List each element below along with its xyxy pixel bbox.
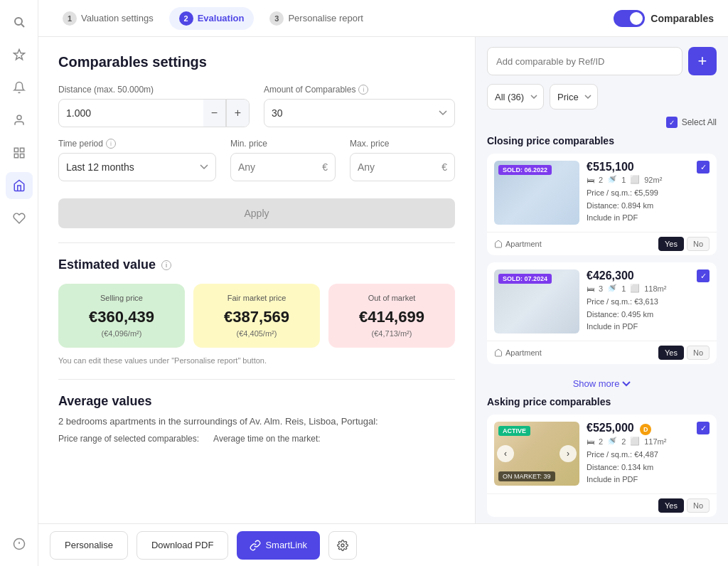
asking-comp-1-checkbox[interactable] <box>697 422 710 434</box>
min-price-input[interactable] <box>238 161 318 173</box>
closing-comp-2-type: Apartment <box>494 348 653 357</box>
svg-marker-2 <box>14 50 24 60</box>
add-comparable-input[interactable] <box>487 47 682 75</box>
edit-hint: You can edit these values under "Persona… <box>58 356 455 365</box>
closing-comp-1-price: €515,100 <box>587 161 690 173</box>
svg-line-1 <box>21 24 24 27</box>
min-price-input-container: € <box>230 153 336 181</box>
asking-comp-1-next[interactable]: › <box>560 445 577 462</box>
step-2-num: 2 <box>179 11 193 26</box>
price-range-label: Price range of selected comparables: <box>58 434 199 444</box>
time-period-select[interactable]: Last 12 months <box>58 153 216 181</box>
tab-personalise-report[interactable]: 3 Personalise report <box>259 7 373 30</box>
svg-point-3 <box>17 115 21 119</box>
distance-amount-row: Distance (max. 50.000m) − + Amount of Co… <box>58 85 455 127</box>
max-price-input[interactable] <box>358 161 437 173</box>
avg-time-label: Average time on the market: <box>213 434 321 444</box>
distance-decrement[interactable]: − <box>203 100 226 127</box>
asking-comp-1-pdf-yes[interactable]: Yes <box>658 498 684 513</box>
out-of-market-value: €414,699 <box>338 308 445 326</box>
download-pdf-button[interactable]: Download PDF <box>136 531 228 560</box>
closing-comp-1-pdf-yes[interactable]: Yes <box>658 237 684 251</box>
tab-valuation-settings[interactable]: 1 Valuation settings <box>53 7 164 30</box>
settings-icon <box>337 540 348 551</box>
fair-market-value: €387,569 <box>203 308 310 326</box>
settings-button[interactable] <box>328 531 357 560</box>
time-price-row: Time period i Last 12 months Min. price … <box>58 139 455 181</box>
closing-price-title: Closing price comparables <box>487 135 717 146</box>
personalise-button[interactable]: Personalise <box>50 531 128 560</box>
apply-button[interactable]: Apply <box>58 198 455 228</box>
closing-comp-1-checkbox[interactable] <box>697 161 710 173</box>
smartlink-button[interactable]: SmartLink <box>237 531 320 560</box>
tab-valuation-label: Valuation settings <box>81 13 154 23</box>
asking-comp-1-prev[interactable]: ‹ <box>497 445 514 462</box>
closing-comp-1-pdf: Yes No <box>658 237 710 251</box>
time-period-group: Time period i Last 12 months <box>58 139 216 181</box>
left-panel: Comparables settings Distance (max. 50.0… <box>38 37 476 523</box>
distance-increment[interactable]: + <box>226 100 249 127</box>
step-3-num: 3 <box>269 11 284 26</box>
closing-comp-1-specs: 🛏2 🚿1 ⬜92m² <box>587 175 690 184</box>
asking-comp-1-body: ACTIVE ON MARKET: 39 ‹ › €525,000 D 🛏2 🚿… <box>487 415 717 493</box>
bed-icon: 🛏 <box>587 176 594 184</box>
svg-rect-5 <box>20 148 23 151</box>
divider-2 <box>58 379 455 380</box>
sidebar-search[interactable] <box>6 9 33 36</box>
tab-evaluation[interactable]: 2 Evaluation <box>169 7 255 30</box>
svg-rect-4 <box>14 148 18 151</box>
closing-comp-2-price: €426,300 <box>587 269 690 282</box>
selling-price-card: Selling price €360,439 (€4,096/m²) <box>58 284 185 348</box>
bottom-bar: Personalise Download PDF SmartLink <box>38 523 728 566</box>
min-price-label: Min. price <box>230 139 336 149</box>
closing-comp-2-pdf: Yes No <box>658 346 710 360</box>
asking-comp-1: ACTIVE ON MARKET: 39 ‹ › €525,000 D 🛏2 🚿… <box>487 415 717 517</box>
sidebar-chart[interactable] <box>6 139 33 166</box>
filter-all-select[interactable]: All (36) <box>487 84 544 110</box>
amount-info-icon[interactable]: i <box>358 85 368 95</box>
max-price-input-container: € <box>350 153 455 181</box>
amount-select[interactable]: 30 <box>264 99 455 127</box>
max-price-label: Max. price <box>350 139 455 149</box>
closing-comp-1-type: Apartment <box>494 240 653 248</box>
out-of-market-card: Out of market €414,699 (€4,713/m²) <box>328 284 455 348</box>
main-content: 1 Valuation settings 2 Evaluation 3 Pers… <box>38 0 728 566</box>
top-nav: 1 Valuation settings 2 Evaluation 3 Pers… <box>38 0 728 37</box>
closing-comp-1-pdf-no[interactable]: No <box>687 237 710 251</box>
closing-comp-1-image: SOLD: 06.2022 <box>494 161 579 225</box>
filter-price-select[interactable]: Price <box>550 84 598 110</box>
sidebar-user[interactable] <box>6 107 33 134</box>
closing-comp-2-info: €426,300 🛏3 🚿1 ⬜118m² Price / sq.m.: €3,… <box>587 269 690 333</box>
closing-comp-1-badge: SOLD: 06.2022 <box>498 165 552 175</box>
select-all-checkbox[interactable] <box>666 117 678 128</box>
selling-price-label: Selling price <box>68 294 175 302</box>
add-comparable-row: + <box>487 47 717 75</box>
comparables-settings-title: Comparables settings <box>58 54 455 70</box>
selling-price-sub: (€4,096/m²) <box>68 329 175 338</box>
comparables-toggle[interactable] <box>614 10 645 27</box>
asking-comp-1-pdf-no[interactable]: No <box>687 498 710 513</box>
estimated-info-icon[interactable]: i <box>161 260 171 270</box>
selling-price-value: €360,439 <box>68 308 175 326</box>
distance-input[interactable] <box>59 107 203 119</box>
asking-comp-1-image: ACTIVE ON MARKET: 39 ‹ › <box>494 422 579 486</box>
closing-comp-2-pdf-yes[interactable]: Yes <box>658 346 684 360</box>
closing-comp-2-checkbox[interactable] <box>697 269 710 282</box>
sidebar-home[interactable] <box>6 172 33 199</box>
filter-row: All (36) Price <box>487 84 717 110</box>
closing-comp-2-pdf-no[interactable]: No <box>687 346 710 360</box>
closing-comp-2-footer: Apartment Yes No <box>487 341 717 364</box>
add-comparable-button[interactable]: + <box>688 47 717 75</box>
time-info-icon[interactable]: i <box>106 139 116 149</box>
closing-comp-1-footer: Apartment Yes No <box>487 232 717 255</box>
sidebar-handshake[interactable] <box>6 205 33 232</box>
avg-details-row: Price range of selected comparables: Ave… <box>58 434 455 444</box>
asking-comp-1-info: €525,000 D 🛏2 🚿2 ⬜117m² Price / sq.m.: €… <box>587 422 690 486</box>
closing-comp-1-body: SOLD: 06.2022 €515,100 🛏2 🚿1 ⬜92m² Price… <box>487 154 717 232</box>
sidebar-star[interactable] <box>6 41 33 68</box>
smartlink-icon <box>250 540 261 551</box>
sidebar-info[interactable] <box>6 530 33 557</box>
show-more-closing[interactable]: Show more <box>487 371 717 396</box>
sidebar-bell[interactable] <box>6 74 33 101</box>
closing-comp-1-info: €515,100 🛏2 🚿1 ⬜92m² Price / sq.m.: €5,5… <box>587 161 690 225</box>
